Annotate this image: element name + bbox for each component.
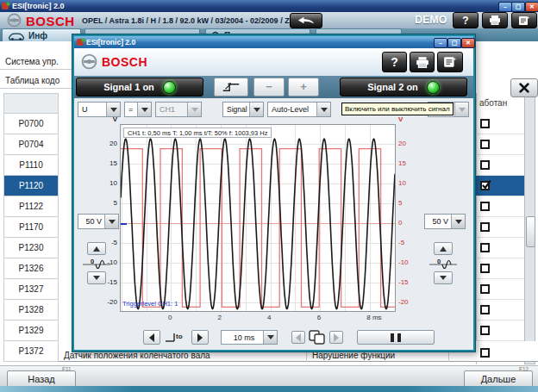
dropdown-arrow-icon[interactable] xyxy=(104,215,118,228)
table-row-code[interactable]: P1110 xyxy=(3,155,59,176)
back-arrow-button[interactable] xyxy=(290,13,322,28)
table-row-checkbox-cell[interactable] xyxy=(476,258,524,279)
close-icon[interactable]: ✕ xyxy=(461,38,475,48)
pause-button[interactable] xyxy=(357,330,435,345)
row-checkbox[interactable] xyxy=(480,305,490,314)
dropdown-arrow-icon[interactable] xyxy=(451,215,465,228)
table-row-checkbox-cell[interactable] xyxy=(476,320,524,341)
trigger-slope-button[interactable] xyxy=(214,78,248,96)
table-row-code[interactable]: P1120 xyxy=(3,176,59,196)
coupling-dropdown[interactable]: = xyxy=(124,102,152,117)
row-checkbox[interactable] xyxy=(480,181,490,190)
panel-close-button[interactable] xyxy=(510,78,538,97)
x-tick-label: 4 xyxy=(267,314,271,321)
scale-right-dropdown[interactable]: 50 V xyxy=(424,214,466,229)
timebase-dropdown[interactable]: 10 ms xyxy=(221,330,278,345)
zoom-out-button[interactable]: − xyxy=(253,78,285,96)
page-prev-button xyxy=(291,331,305,344)
dropdown-arrow-icon[interactable] xyxy=(106,103,120,116)
trigger-offset-text: to xyxy=(176,333,183,340)
sidebar-item-system[interactable]: Система упр. xyxy=(5,57,59,66)
y-tick-label-right: 20 xyxy=(398,140,421,147)
table-row-checkbox-cell[interactable] xyxy=(476,114,524,134)
table-row-code[interactable]: P0704 xyxy=(3,134,59,155)
close-x-icon xyxy=(518,82,530,94)
signal2-label: Signal 2 on xyxy=(367,82,418,92)
minus-label: − xyxy=(266,83,272,91)
trigger-mode-dropdown[interactable]: Auto-Level xyxy=(267,102,331,117)
maximize-icon[interactable]: ▢ xyxy=(447,38,461,48)
table-row-code[interactable]: P1328 xyxy=(3,300,59,320)
table-row-checkbox-cell[interactable] xyxy=(476,176,524,196)
print-button[interactable] xyxy=(482,12,508,28)
app-icon xyxy=(2,2,10,10)
table-row-code[interactable]: P1329 xyxy=(3,320,59,341)
table-row-checkbox-cell[interactable] xyxy=(476,134,524,155)
row-checkbox[interactable] xyxy=(480,202,490,211)
table-row-checkbox-cell[interactable] xyxy=(476,300,524,320)
next-button[interactable]: Дальше xyxy=(464,370,533,388)
trigger-shift-right-button[interactable] xyxy=(191,330,209,345)
row-checkbox[interactable] xyxy=(480,140,490,149)
signal1-toggle-button[interactable]: Signal 1 on xyxy=(76,78,203,96)
table-scrollbar[interactable] xyxy=(524,93,535,364)
y-axis-unit-right: V xyxy=(398,115,403,123)
scope-window-title: ESI[tronic] 2.0 xyxy=(86,38,135,47)
scope-titlebar[interactable]: ESI[tronic] 2.0 – ▢ ✕ xyxy=(74,36,473,48)
taskbar-strip xyxy=(0,386,538,392)
tab-info[interactable]: Инф xyxy=(2,28,81,41)
scope-print-button[interactable] xyxy=(410,52,435,72)
close-icon[interactable]: ✕ xyxy=(525,2,538,12)
coupling-value: = xyxy=(125,103,137,116)
row-checkbox[interactable] xyxy=(480,222,490,232)
offset-down-button-right[interactable] xyxy=(434,271,453,284)
offset-up-button-right[interactable] xyxy=(434,242,453,255)
scale-left-dropdown[interactable]: 50 V xyxy=(78,214,119,229)
sidebar-item-code-table[interactable]: Таблица кодо xyxy=(5,76,59,85)
row-checkbox[interactable] xyxy=(480,160,490,170)
channel1-dropdown: CH1 xyxy=(155,102,202,117)
scope-help-button[interactable]: ? xyxy=(382,52,407,72)
signal2-toggle-button[interactable]: Signal 2 on xyxy=(340,78,467,96)
trigger-shift-left-button[interactable] xyxy=(143,330,160,345)
back-hotkey: F11 xyxy=(62,366,72,372)
table-row-code[interactable]: P1122 xyxy=(3,196,59,217)
svg-text:0: 0 xyxy=(91,258,94,265)
printer-icon xyxy=(489,16,501,25)
scope-report-button[interactable]: + xyxy=(437,52,463,72)
row-checkbox[interactable] xyxy=(480,119,490,128)
zoom-in-button[interactable]: + xyxy=(288,78,319,96)
row-checkbox[interactable] xyxy=(480,264,490,273)
offset-up-button-left[interactable] xyxy=(87,242,106,255)
row-checkbox[interactable] xyxy=(480,243,490,252)
maximize-icon[interactable]: ▢ xyxy=(511,2,525,12)
trigger-offset-icon: to xyxy=(163,330,189,345)
dropdown-arrow-icon[interactable] xyxy=(263,331,277,344)
row-checkbox[interactable] xyxy=(480,284,490,294)
table-row-checkbox-cell[interactable] xyxy=(476,238,524,258)
table-row-checkbox-cell[interactable] xyxy=(476,196,524,217)
dropdown-arrow-icon[interactable] xyxy=(316,103,330,116)
table-row-code[interactable]: P1372 xyxy=(3,341,59,362)
offset-down-button-left[interactable] xyxy=(87,271,106,284)
table-row-checkbox-cell[interactable] xyxy=(476,217,524,238)
dropdown-arrow-icon[interactable] xyxy=(137,103,151,116)
table-row-code[interactable]: P1170 xyxy=(3,217,59,238)
table-row-code[interactable]: P0700 xyxy=(3,114,59,134)
table-row-code[interactable]: P1326 xyxy=(3,258,59,279)
row-checkbox[interactable] xyxy=(480,326,490,335)
minimize-icon[interactable]: – xyxy=(498,2,512,12)
trigger-source-dropdown[interactable]: Signal 1 xyxy=(222,102,264,117)
back-button[interactable]: Назад xyxy=(7,370,76,388)
report-button[interactable]: + xyxy=(511,12,537,28)
table-row-code[interactable]: P1230 xyxy=(3,238,59,258)
table-row-code[interactable]: P1327 xyxy=(3,279,59,300)
table-row-checkbox-cell[interactable] xyxy=(476,155,524,176)
help-button[interactable]: ? xyxy=(453,12,479,28)
y-tick-label-left: -20 xyxy=(95,298,117,306)
table-row-checkbox-cell[interactable] xyxy=(476,279,524,300)
row-checkbox[interactable] xyxy=(480,348,490,358)
scrollbar-thumb[interactable] xyxy=(526,216,535,247)
dropdown-arrow-icon[interactable] xyxy=(249,103,263,116)
minimize-icon[interactable]: – xyxy=(434,38,447,48)
